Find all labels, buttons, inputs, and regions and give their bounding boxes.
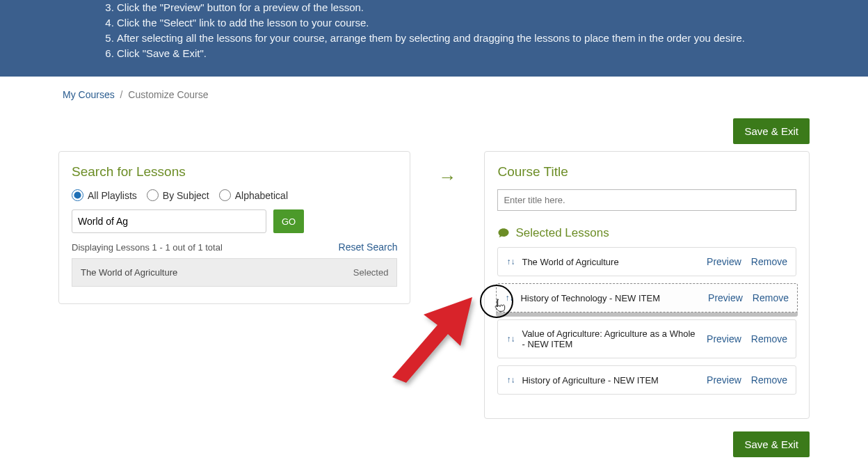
result-count: Displaying Lessons 1 - 1 out of 1 total: [72, 242, 223, 253]
search-result-status: Selected: [353, 267, 389, 278]
lesson-title: History of Agriculture - NEW ITEM: [522, 375, 700, 386]
filter-all-playlists-radio[interactable]: [72, 189, 83, 201]
selected-lesson-row[interactable]: ↑↓ History of Agriculture - NEW ITEM Pre…: [497, 365, 796, 395]
filter-alphabetical-radio[interactable]: [219, 189, 231, 201]
drag-handle-icon[interactable]: ↑↓: [506, 257, 515, 267]
annotation-arrow-icon: [378, 294, 476, 384]
go-button[interactable]: GO: [273, 209, 304, 233]
instruction-item: After selecting all the lessons for your…: [117, 31, 805, 46]
save-exit-button[interactable]: Save & Exit: [733, 118, 810, 144]
drag-handle-icon[interactable]: ↑↓: [505, 293, 513, 303]
search-result-row[interactable]: The World of Agriculture Selected: [72, 258, 397, 287]
filter-radio-group: All Playlists By Subject Alphabetical: [72, 189, 397, 201]
breadcrumb: My Courses / Customize Course: [0, 77, 868, 106]
preview-link[interactable]: Preview: [707, 256, 741, 267]
filter-by-subject-label: By Subject: [163, 190, 209, 201]
filter-all-playlists-label: All Playlists: [88, 190, 137, 201]
save-exit-button[interactable]: Save & Exit: [733, 431, 810, 457]
instruction-banner: Click the "Preview" button for a preview…: [0, 0, 868, 77]
selected-lesson-row[interactable]: ↑↓ The World of Agriculture Preview Remo…: [497, 247, 796, 276]
filter-by-subject[interactable]: By Subject: [147, 189, 209, 201]
remove-link[interactable]: Remove: [751, 333, 787, 344]
filter-alphabetical[interactable]: Alphabetical: [219, 189, 288, 201]
preview-link[interactable]: Preview: [707, 374, 741, 386]
drag-handle-icon[interactable]: ↑↓: [506, 375, 515, 385]
reset-search-link[interactable]: Reset Search: [339, 241, 398, 253]
filter-all-playlists[interactable]: All Playlists: [72, 189, 137, 201]
breadcrumb-home-link[interactable]: My Courses: [63, 89, 115, 100]
remove-link[interactable]: Remove: [751, 374, 787, 386]
search-result-title: The World of Agriculture: [81, 267, 177, 278]
selected-lesson-row[interactable]: ↑↓ Value of Agriculture: Agriculture as …: [497, 319, 796, 358]
course-title-input[interactable]: [497, 189, 796, 211]
lesson-title: History of Technology - NEW ITEM: [520, 293, 701, 303]
arrow-right-icon: →: [438, 166, 456, 188]
lesson-title: The World of Agriculture: [522, 257, 700, 267]
preview-link[interactable]: Preview: [708, 292, 743, 303]
breadcrumb-current: Customize Course: [128, 89, 208, 100]
breadcrumb-separator: /: [120, 89, 123, 100]
search-input[interactable]: [72, 209, 266, 233]
search-panel-title: Search for Lessons: [72, 164, 397, 180]
instruction-item: Click the "Select" link to add the lesso…: [117, 15, 805, 31]
remove-link[interactable]: Remove: [753, 292, 789, 303]
filter-by-subject-radio[interactable]: [147, 189, 159, 201]
chat-icon: [497, 227, 510, 239]
lesson-title: Value of Agriculture: Agriculture as a W…: [522, 328, 700, 349]
instruction-item: Click the "Preview" button for a preview…: [117, 0, 805, 15]
course-panel: Course Title Selected Lessons ↑↓ The Wor…: [484, 151, 810, 419]
instruction-list: Click the "Preview" button for a preview…: [63, 0, 805, 61]
selected-lessons-heading: Selected Lessons: [497, 226, 796, 240]
filter-alphabetical-label: Alphabetical: [235, 190, 288, 201]
remove-link[interactable]: Remove: [751, 256, 787, 267]
selected-lessons-label: Selected Lessons: [515, 226, 609, 240]
search-panel: Search for Lessons All Playlists By Subj…: [58, 151, 410, 304]
drag-handle-icon[interactable]: ↑↓: [506, 334, 515, 344]
course-title-label: Course Title: [497, 164, 796, 180]
instruction-item: Click "Save & Exit".: [117, 46, 805, 61]
selected-lesson-row-dragging[interactable]: ↑↓ History of Technology - NEW ITEM Prev…: [496, 283, 798, 312]
preview-link[interactable]: Preview: [707, 333, 741, 344]
